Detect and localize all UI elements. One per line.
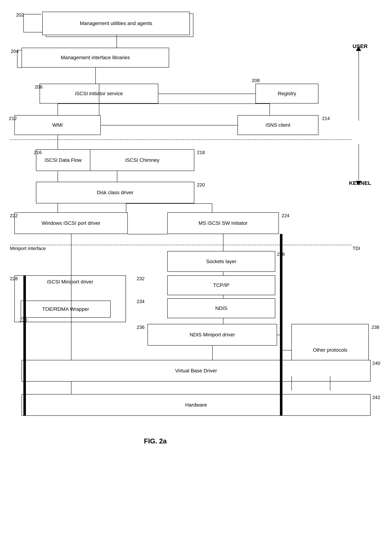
line-winport-down	[71, 234, 71, 275]
miniport-label: Miniport interface	[10, 246, 46, 251]
ms-iscsi-sw-label: MS iSCSI SW initiator	[199, 220, 247, 226]
tdi-label: TDI	[353, 246, 360, 251]
dsm-label: iSCSI Data Flow	[36, 150, 90, 171]
ndis-miniport-label: NDIS Miniport driver	[190, 332, 235, 338]
mgmt-utilities-box: Management utilities and agents	[42, 12, 190, 35]
bracket-202	[23, 14, 41, 14]
virtual-base-box: Virtual Base Driver	[22, 360, 371, 382]
user-arrow-line	[359, 49, 359, 121]
ndis-label: NDIS	[215, 305, 227, 311]
mgmt-interface-label: Management interface libraries	[61, 55, 130, 61]
line-init-down	[99, 103, 99, 115]
line-to-isns	[99, 103, 270, 104]
line-mgmt-down	[117, 35, 117, 48]
mgmt-interface-box: Management interface libraries	[22, 48, 169, 67]
label-220: 222	[10, 213, 18, 219]
line-ndismp-vb	[212, 346, 213, 360]
toe-rdma-box: TOE/RDMA Wrapper	[21, 300, 111, 318]
label-240: 242	[372, 395, 380, 400]
ndis-box: NDIS	[167, 298, 275, 318]
line-init-registry	[158, 94, 256, 94]
line-wmi-isns	[101, 125, 238, 126]
mpio-label: iSCSI Chimney	[90, 150, 194, 171]
other-protocols-label: Other protocols	[313, 347, 347, 353]
line-ndis-miniport	[223, 318, 224, 324]
label-212: 214	[322, 116, 330, 121]
dataflow-vb-hw	[23, 360, 26, 416]
label-210: 212	[9, 116, 17, 121]
line-vb-hw	[71, 382, 71, 394]
chimney-vb-hw	[280, 360, 282, 416]
virtual-base-label: Virtual Base Driver	[175, 368, 217, 374]
wmi-label: WMI	[52, 122, 63, 128]
line-sock-tcp	[223, 272, 224, 275]
line-isns-down	[270, 103, 270, 115]
ms-iscsi-sw-box: MS iSCSI SW initiator	[167, 212, 279, 234]
bracket-202-b	[23, 32, 42, 33]
label-202: 202	[16, 12, 24, 18]
ndis-miniport-box: NDIS Miniport driver	[148, 324, 277, 346]
line-otherprot-vb2	[291, 376, 292, 391]
line-mpio-down	[117, 171, 117, 182]
line-dsm-down	[58, 171, 58, 182]
label-234: 236	[137, 324, 145, 330]
label-214: 216	[34, 150, 42, 155]
registry-box: Registry	[256, 84, 318, 103]
isns-client-box: iSNS client	[238, 115, 318, 135]
win-iscsi-port-box: Windows iSCSI port driver	[14, 212, 128, 234]
wmi-box: WMI	[14, 115, 101, 135]
line-sw-down	[223, 234, 224, 251]
tcpip-label: TCP/IP	[213, 282, 229, 288]
line-wmi-dsm	[58, 135, 58, 149]
line-disk-right	[126, 203, 126, 212]
line-tcp-ndis	[223, 295, 224, 298]
hardware-label: Hardware	[185, 402, 207, 408]
line-to-sw	[126, 203, 212, 204]
iscsi-miniport-label: iSCSI Miniport driver	[47, 279, 93, 285]
label-236: 238	[372, 324, 379, 330]
label-230: 232	[137, 276, 145, 281]
hardware-box: Hardware	[22, 394, 371, 416]
toe-rdma-label: TOE/RDMA Wrapper	[42, 306, 89, 312]
disk-class-box: Disk class driver	[36, 182, 194, 203]
tcpip-box: TCP/IP	[167, 275, 275, 295]
label-206: 206	[35, 84, 42, 90]
win-iscsi-port-label: Windows iSCSI port driver	[42, 220, 101, 226]
line-ndismp-chimney	[277, 335, 280, 335]
label-232: 234	[137, 299, 145, 304]
dashed-line-upper	[10, 140, 352, 140]
line-to-sw-down	[212, 203, 212, 212]
sockets-layer-box: Sockets layer	[167, 251, 275, 272]
bracket-204-h	[17, 50, 22, 50]
bracket-204-v	[17, 50, 18, 67]
line-chimney-otherprot	[280, 350, 291, 350]
disk-class-label: Disk class driver	[97, 190, 134, 196]
dashed-line-lower	[10, 245, 352, 245]
kernel-arrow-line	[359, 144, 359, 180]
iscsi-chimney-line	[280, 234, 282, 382]
user-arrow-head	[356, 47, 361, 51]
line-init-v	[99, 84, 99, 103]
fig-caption: FIG. 2a	[144, 437, 167, 445]
label-218: 220	[197, 182, 205, 188]
line-to-wmi	[58, 103, 99, 104]
kernel-arrow-down	[356, 181, 361, 185]
dsm-mpio-box: iSCSI Data Flow iSCSI Chimney	[36, 149, 194, 171]
line-wmi-down	[58, 103, 58, 115]
label-216: 218	[197, 150, 205, 155]
mgmt-utilities-label: Management utilities and agents	[80, 20, 152, 26]
bracket-202-v	[23, 14, 24, 32]
line-port-sw	[128, 234, 167, 234]
label-222: 224	[281, 213, 289, 219]
label-238: 240	[372, 361, 380, 366]
line-disk-left	[58, 203, 58, 212]
sockets-layer-label: Sockets layer	[206, 259, 236, 264]
label-224: 228	[10, 276, 18, 281]
line-mi-down	[95, 67, 96, 84]
diagram-container: Management utilities and agents 202 Mana…	[0, 0, 392, 534]
line-port-miniport	[71, 275, 71, 360]
registry-label: Registry	[278, 91, 296, 96]
bracket-204-b	[17, 67, 22, 68]
label-208: 208	[252, 78, 260, 83]
line-otherprot-vb	[330, 376, 330, 391]
